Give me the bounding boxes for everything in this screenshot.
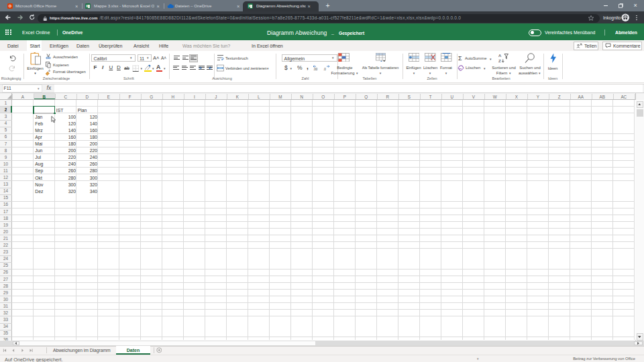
- svg-text:Z: Z: [498, 58, 501, 62]
- svg-text:.0: .0: [323, 68, 326, 71]
- svg-text:.00: .00: [313, 68, 318, 71]
- svg-text:A: A: [498, 53, 502, 58]
